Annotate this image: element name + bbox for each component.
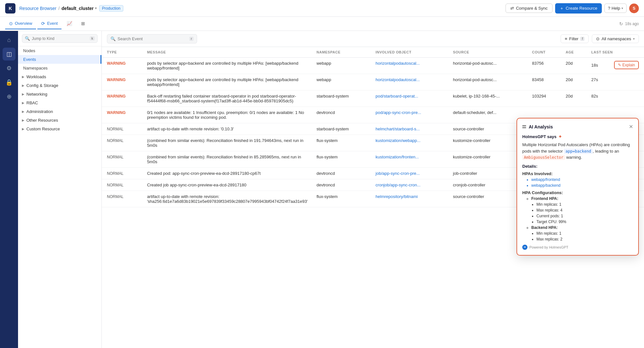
sidebar-resources-icon[interactable]: ◫: [3, 48, 15, 61]
nav-item-namespaces[interactable]: Namespaces: [18, 64, 101, 72]
administration-arrow-icon: ▶: [22, 110, 24, 113]
tab-grid[interactable]: ⊞: [77, 18, 89, 29]
cell-message: Created pod: app-sync-cron-preview-ea-dc…: [142, 168, 311, 179]
topbar: K Resource Browser / default_cluster ▾ P…: [0, 0, 644, 17]
namespace-selector[interactable]: ⊙ All namespaces ▾: [592, 34, 639, 43]
avatar[interactable]: S: [629, 4, 639, 13]
cluster-chevron-icon: ▾: [95, 6, 97, 10]
ai-panel-lines-icon: [522, 125, 526, 128]
env-badge[interactable]: Production: [99, 5, 123, 12]
overview-icon: ⊙: [9, 21, 13, 26]
topbar-right: ⇄ Compare & Sync ＋ Create Resource ? Hel…: [506, 3, 639, 14]
cell-last-seen: 82s: [586, 90, 644, 107]
cell-count: 103294: [527, 90, 560, 107]
cell-involved-object[interactable]: job/app-sync-cron-pre...: [370, 168, 448, 179]
search-event-kbd: r: [189, 37, 194, 41]
tab-chart[interactable]: 📈: [63, 18, 76, 29]
cell-involved-object[interactable]: kustomization/webapp...: [370, 135, 448, 151]
nav-group-administration[interactable]: ▶ Administration: [18, 107, 101, 116]
breadcrumb: Resource Browser / default_cluster ▾: [19, 6, 97, 11]
help-button[interactable]: ? Help ▾: [604, 4, 627, 13]
cell-involved-object[interactable]: horizontalpodautoscal...: [370, 74, 448, 90]
tab-bar: ⊙ Overview ⟳ Event 📈 ⊞ ↻ 18s ago: [0, 17, 644, 31]
cell-source: cronjob-controller: [448, 179, 527, 191]
event-icon: ⟳: [41, 21, 45, 26]
breadcrumb-cluster[interactable]: default_cluster ▾: [62, 6, 97, 11]
sidebar-security-icon[interactable]: 🔒: [3, 76, 15, 89]
cell-type: NORMAL: [102, 179, 142, 191]
tab-overview[interactable]: ⊙ Overview: [5, 18, 36, 29]
sidebar-settings-icon[interactable]: ⚙: [3, 62, 15, 75]
cell-involved-object[interactable]: kustomization/fronten...: [370, 151, 448, 168]
nav-group-other-label: Other Resources: [26, 118, 58, 123]
plus-icon: ＋: [560, 5, 564, 11]
ai-hpa-frontend[interactable]: webapp/frontend: [531, 177, 633, 182]
cell-type: NORMAL: [102, 151, 142, 168]
cell-age: 20d: [561, 74, 586, 90]
ai-hpa-backend[interactable]: webapp/backend: [531, 183, 633, 188]
tab-event-label: Event: [47, 21, 58, 26]
jump-to-kind-input[interactable]: [32, 36, 88, 41]
nav-group-config-storage[interactable]: ▶ Config & Storage: [18, 81, 101, 90]
cell-age: 20d: [561, 90, 586, 107]
ai-backend-hpa-header: Backend HPA: Min replicas: 1 Max replica…: [531, 225, 633, 241]
cell-involved-object[interactable]: horizontalpodautoscal...: [370, 58, 448, 74]
cell-type: WARNING: [102, 107, 142, 123]
sidebar-home-icon[interactable]: ⌂: [3, 33, 15, 46]
ai-frontend-min-replicas: Min replicas: 1: [536, 202, 633, 207]
cell-message: (combined from similar events): Reconcil…: [142, 151, 311, 168]
nav-group-networking[interactable]: ▶ Networking: [18, 90, 101, 99]
tab-bar-right: ↻ 18s ago: [619, 21, 639, 26]
nav-group-other-resources[interactable]: ▶ Other Resources: [18, 116, 101, 125]
cell-involved-object[interactable]: cronjob/app-sync-cron...: [370, 179, 448, 191]
cell-type: WARNING: [102, 90, 142, 107]
filter-label: Filter: [569, 36, 579, 41]
cell-involved-object[interactable]: helmchart/starboard-s...: [370, 123, 448, 135]
cell-involved-object[interactable]: pod/app-sync-cron-pre...: [370, 107, 448, 123]
cell-source: default-scheduler, def...: [448, 107, 527, 123]
networking-arrow-icon: ▶: [22, 92, 24, 96]
cell-type: NORMAL: [102, 191, 142, 207]
search-event-box[interactable]: 🔍 r: [107, 34, 197, 43]
cell-type: NORMAL: [102, 135, 142, 151]
nav-group-workloads[interactable]: ▶ Workloads: [18, 72, 101, 81]
nav-group-custom-resource[interactable]: ▶ Custom Resource: [18, 125, 101, 133]
col-source: SOURCE: [448, 47, 527, 58]
breadcrumb-resource-browser[interactable]: Resource Browser: [19, 6, 56, 11]
jump-to-kind-search[interactable]: 🔍 k: [22, 34, 98, 43]
filter-icon: ≡: [565, 36, 567, 41]
tab-event[interactable]: ⟳ Event: [37, 18, 62, 29]
compare-sync-button[interactable]: ⇄ Compare & Sync: [506, 4, 552, 13]
cell-namespace: devtroncd: [311, 168, 370, 179]
cell-namespace: devtroncd: [311, 179, 370, 191]
nav-item-nodes[interactable]: Nodes: [18, 46, 101, 55]
nav-group-rbac[interactable]: ▶ RBAC: [18, 99, 101, 107]
cell-source: source-controller: [448, 191, 527, 207]
ai-backend-max-replicas: Max replicas: 2: [536, 237, 633, 241]
cell-namespace: devtroncd: [311, 107, 370, 123]
content-toolbar: 🔍 r ≡ Filter f ⊙ All namespaces ▾: [102, 31, 644, 47]
sidebar-layers-icon[interactable]: ⊕: [3, 90, 15, 103]
cell-namespace: flux-system: [311, 151, 370, 168]
create-resource-button[interactable]: ＋ Create Resource: [555, 3, 602, 14]
nav-group-config-label: Config & Storage: [26, 83, 58, 88]
cell-message: Back-off restarting failed container sta…: [142, 90, 311, 107]
cell-namespace: starboard-system: [311, 90, 370, 107]
cell-involved-object[interactable]: helmrepository/bitnami: [370, 191, 448, 207]
help-chevron-icon: ▾: [621, 6, 623, 10]
nav-item-events[interactable]: Events: [18, 55, 101, 64]
search-event-input[interactable]: [118, 36, 187, 41]
ai-panel-close-button[interactable]: ✕: [629, 124, 633, 130]
refresh-icon[interactable]: ↻: [619, 21, 623, 26]
ai-frontend-hpa-list: Min replicas: 1 Max replicas: 4 Current …: [531, 202, 633, 224]
cell-source: kustomize-controller: [448, 151, 527, 168]
ai-hpa-involved-item: HPAs Involved: webapp/frontend webapp/ba…: [522, 171, 633, 188]
filter-button[interactable]: ≡ Filter f: [561, 34, 589, 43]
ai-backend-min-replicas: Min replicas: 1: [536, 231, 633, 236]
ai-hpa-config-item: HPA Configurations: Frontend HPA: Min re…: [522, 190, 633, 241]
explain-button[interactable]: ✎ Explain: [614, 61, 639, 69]
cell-involved-object[interactable]: pod/starboard-operat...: [370, 90, 448, 107]
cell-type: NORMAL: [102, 168, 142, 179]
config-arrow-icon: ▶: [22, 84, 24, 87]
cell-last-seen: 18s ✎ Explain: [586, 58, 644, 72]
